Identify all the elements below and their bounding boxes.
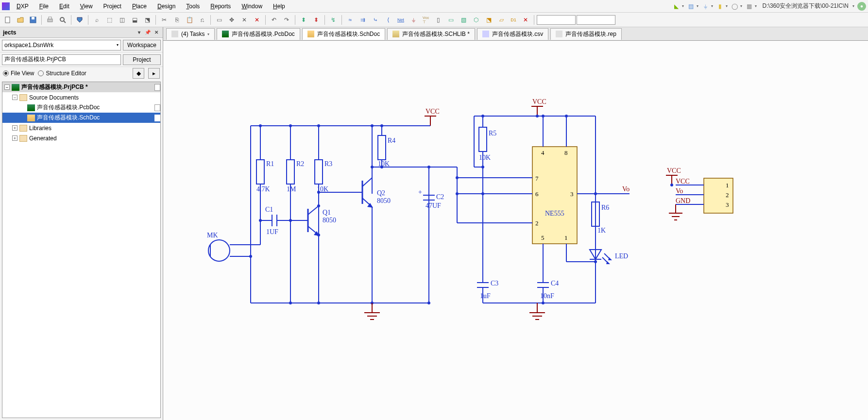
gnd-icon[interactable]: ⏚: [701, 2, 710, 11]
resistor-icon[interactable]: ▮: [716, 2, 725, 11]
tree-project[interactable]: − 声音传感器模块.PrjPCB *: [2, 82, 160, 92]
panel-btn-2[interactable]: ▸: [148, 68, 160, 79]
netlabel-button[interactable]: ⟨: [382, 14, 394, 26]
tab-pcbdoc[interactable]: 声音传感器模块.PcbDoc: [217, 28, 300, 40]
directive-button[interactable]: D1: [508, 14, 519, 26]
tree-generated[interactable]: + Generated: [2, 133, 160, 143]
grid-icon[interactable]: ▦: [745, 2, 754, 11]
panel-dropdown-icon[interactable]: ▾: [136, 29, 142, 36]
paste-button[interactable]: 📋: [184, 14, 195, 26]
sheet-entry-button[interactable]: ▧: [458, 14, 469, 26]
hierarchy-down-button[interactable]: ⬍: [310, 14, 322, 26]
new-button[interactable]: [2, 14, 14, 26]
gnd-button[interactable]: ⏚: [408, 14, 419, 26]
project-input[interactable]: [2, 54, 121, 65]
svg-text:5: 5: [541, 234, 545, 241]
component-dropdown[interactable]: [537, 15, 576, 25]
svg-point-21: [289, 124, 292, 127]
zoom-comp-button[interactable]: ⬓: [129, 14, 140, 26]
tab-pcb-label: 声音传感器模块.PcbDoc: [232, 30, 294, 38]
port-button[interactable]: ▱: [495, 14, 507, 26]
work-area: (4) Tasks▾ 声音传感器模块.PcbDoc 声音传感器模块.SchDoc…: [163, 27, 868, 420]
net-button[interactable]: Net: [395, 14, 407, 26]
menu-window[interactable]: Window: [237, 2, 267, 11]
hierarchy-up-button[interactable]: ⬍: [298, 14, 309, 26]
tree-libraries[interactable]: + Libraries: [2, 123, 160, 133]
svg-text:LED: LED: [615, 252, 628, 260]
svg-text:R1: R1: [266, 160, 274, 168]
bus-button[interactable]: ⇉: [357, 14, 369, 26]
preview-button[interactable]: [57, 14, 68, 26]
file-view-radio[interactable]: File View: [3, 70, 34, 77]
tab-tasks[interactable]: (4) Tasks▾: [166, 28, 215, 40]
menu-edit[interactable]: Edit: [54, 2, 74, 11]
component-ne555: NE555 7 6 2 3 4 8: [523, 115, 603, 279]
vcc-button[interactable]: Vcc⊤: [420, 14, 431, 26]
svg-point-159: [542, 302, 545, 304]
menu-reports[interactable]: Reports: [205, 2, 236, 11]
svg-point-23: [371, 124, 374, 127]
tree-pcbdoc[interactable]: 声音传感器模块.PcbDoc: [2, 102, 160, 113]
move-button[interactable]: ✥: [226, 14, 238, 26]
menu-place[interactable]: Place: [127, 2, 152, 11]
zoom-fit-button[interactable]: ⌕: [91, 14, 102, 26]
printer-icon[interactable]: ▤: [687, 2, 696, 11]
no-erc-button[interactable]: ✕: [520, 14, 531, 26]
undo-button[interactable]: ↶: [268, 14, 280, 26]
structure-editor-radio[interactable]: Structure Editor: [38, 70, 86, 77]
menu-file[interactable]: File: [34, 2, 53, 11]
workspace-button[interactable]: Workspace: [123, 40, 161, 50]
bus-entry-button[interactable]: ⤷: [370, 14, 381, 26]
select-comp-button[interactable]: ⬔: [141, 14, 153, 26]
panel-pin-icon[interactable]: 📌: [144, 29, 151, 36]
svg-point-94: [317, 302, 320, 304]
harness-button[interactable]: ⬔: [483, 14, 494, 26]
sheet-symbol-button[interactable]: ▭: [445, 14, 457, 26]
panel-close-icon[interactable]: ✕: [153, 29, 160, 36]
cross-probe-button[interactable]: ↯: [327, 14, 339, 26]
svg-point-67: [317, 204, 320, 207]
menu-design[interactable]: Design: [153, 2, 180, 11]
menu-tools[interactable]: Tools: [181, 2, 204, 11]
go-button[interactable]: ●: [857, 2, 866, 11]
library-dropdown[interactable]: [577, 15, 615, 25]
cut-button[interactable]: ✂: [158, 14, 170, 26]
project-button[interactable]: Project: [123, 54, 161, 65]
tab-schlib[interactable]: 声音传感器模块.SCHLIB *: [387, 28, 475, 40]
tab-tasks-label: (4) Tasks: [181, 31, 204, 37]
part-button[interactable]: ▯: [432, 14, 444, 26]
cap-icon[interactable]: ◯: [731, 2, 739, 11]
svg-text:1K: 1K: [597, 227, 606, 234]
menu-view[interactable]: View: [75, 2, 98, 11]
zoom-area-button[interactable]: ⬚: [103, 14, 115, 26]
save-button[interactable]: [27, 14, 39, 26]
tree-source-docs[interactable]: − Source Documents: [2, 92, 160, 102]
component-r6: R6 1K: [592, 202, 609, 234]
clear-filter-button[interactable]: ✕: [251, 14, 263, 26]
menu-dxp[interactable]: DXP: [12, 2, 34, 11]
svg-text:2: 2: [535, 219, 539, 227]
redo-button[interactable]: ↷: [281, 14, 292, 26]
tab-schdoc[interactable]: 声音传感器模块.SchDoc: [302, 28, 385, 40]
deselect-button[interactable]: ✕: [238, 14, 250, 26]
tree-src-label: Source Documents: [29, 94, 79, 101]
menu-project[interactable]: Project: [99, 2, 126, 11]
select-rect-button[interactable]: ▭: [213, 14, 225, 26]
panel-btn-1[interactable]: ◆: [133, 68, 144, 79]
open-button[interactable]: [15, 14, 26, 26]
tree-schdoc[interactable]: 声音传感器模块.SchDoc: [2, 113, 160, 123]
copy-button[interactable]: ⎘: [171, 14, 183, 26]
tab-csv[interactable]: 声音传感器模块.csv: [477, 28, 548, 40]
menu-help[interactable]: Help: [268, 2, 290, 11]
device-sheet-button[interactable]: ⬡: [470, 14, 482, 26]
rubber-stamp-button[interactable]: ⎌: [196, 14, 208, 26]
zoom-sel-button[interactable]: ◫: [116, 14, 128, 26]
schematic-canvas[interactable]: VCC VCC R1 4.7K: [163, 41, 868, 420]
print-button[interactable]: [44, 14, 56, 26]
compile-button[interactable]: [74, 14, 85, 26]
svg-point-190: [670, 184, 673, 186]
tab-rep[interactable]: 声音传感器模块.rep: [550, 28, 622, 40]
wire-button[interactable]: ≈: [344, 14, 356, 26]
mode-icon[interactable]: ◣: [672, 2, 681, 11]
workspace-select[interactable]: orkspace1.DsnWrk▾: [2, 40, 121, 50]
